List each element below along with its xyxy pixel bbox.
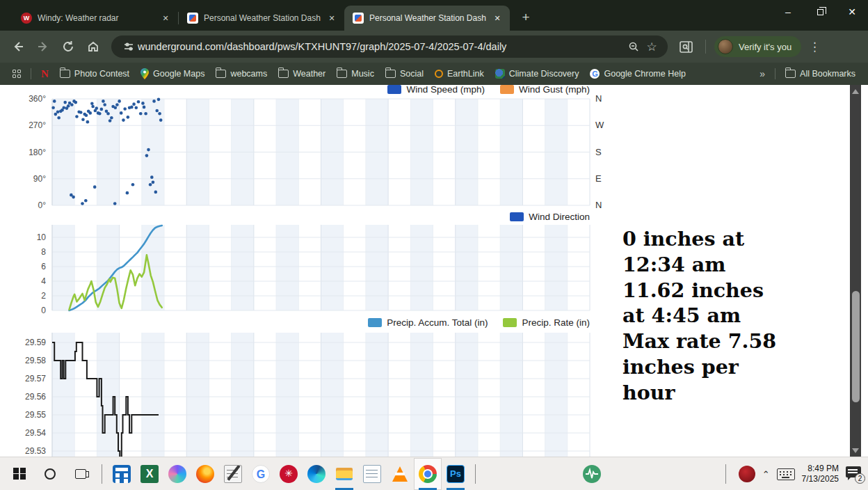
- bookmarks-overflow-button[interactable]: »: [754, 68, 771, 79]
- earth-icon: [495, 69, 505, 79]
- bookmark-webcams[interactable]: webcams: [210, 65, 273, 82]
- legend-label: Wind Speed (mph): [406, 85, 485, 95]
- bookmark-weather[interactable]: Weather: [273, 65, 331, 82]
- minimize-button[interactable]: –: [772, 0, 804, 24]
- taskbar-clock[interactable]: 8:49 PM 7/13/2025: [802, 464, 839, 484]
- bookmark-google-chrome-help[interactable]: GGoogle Chrome Help: [584, 65, 691, 82]
- svg-text:W: W: [595, 120, 604, 130]
- taskbar-notepad[interactable]: [358, 458, 386, 490]
- scroll-down-arrow-icon[interactable]: [850, 445, 861, 455]
- bookmark-netflix[interactable]: N: [35, 65, 54, 82]
- maps-pin-icon: [140, 68, 149, 79]
- scroll-up-arrow-icon[interactable]: [850, 86, 861, 96]
- legend-label: Precip. Accum. Total (in): [387, 317, 488, 328]
- back-arrow-icon: [12, 40, 24, 53]
- site-settings-icon[interactable]: [120, 38, 138, 56]
- taskbar-edge[interactable]: [303, 458, 330, 490]
- svg-text:29.54: 29.54: [25, 428, 46, 438]
- tab-pws-dashboard-1[interactable]: Personal Weather Station Dashboa ✕: [179, 6, 344, 31]
- start-button[interactable]: [4, 458, 35, 490]
- taskbar-excel[interactable]: X: [136, 458, 163, 490]
- taskbar-file-explorer[interactable]: [330, 458, 358, 490]
- restore-button[interactable]: [804, 0, 836, 24]
- taskbar-journal[interactable]: [219, 458, 247, 490]
- pressure-chart[interactable]: [52, 333, 590, 457]
- bookmark-label: Climate Discovery: [509, 69, 579, 79]
- legend-label: Wind Direction: [529, 212, 590, 222]
- notification-count-badge: 2: [855, 473, 865, 484]
- tray-expand-caret-icon[interactable]: ⌃: [762, 469, 770, 480]
- wind-direction-chart[interactable]: [52, 99, 590, 205]
- taskbar-vlc[interactable]: [386, 458, 414, 490]
- chrome-menu-button[interactable]: ⋮: [804, 40, 825, 54]
- wind-speed-swatch: [387, 85, 401, 94]
- restore-icon: [817, 9, 823, 15]
- home-icon: [87, 40, 99, 53]
- cortana-search-button[interactable]: [35, 458, 65, 490]
- bookmark-photo-contest[interactable]: Photo Contest: [54, 65, 135, 82]
- forward-arrow-icon: [37, 40, 49, 53]
- precip-chart[interactable]: [52, 225, 590, 310]
- touch-keyboard-icon[interactable]: [777, 468, 795, 480]
- bookmark-climate-discovery[interactable]: Climate Discovery: [490, 65, 585, 82]
- svg-text:10: 10: [37, 232, 47, 242]
- tab-close-icon[interactable]: ✕: [160, 13, 171, 24]
- tab-windy[interactable]: Windy: Weather radar ✕: [13, 6, 178, 31]
- taskbar-divider: [102, 464, 102, 484]
- bookmark-social[interactable]: Social: [380, 65, 429, 82]
- tab-close-icon[interactable]: ✕: [492, 13, 503, 24]
- scrollbar-thumb[interactable]: [852, 291, 860, 402]
- close-button[interactable]: ✕: [836, 0, 868, 24]
- bookmark-label: Social: [400, 69, 424, 79]
- chrome-icon: [419, 465, 437, 483]
- clock-time: 8:49 PM: [802, 464, 839, 474]
- url-text[interactable]: wunderground.com/dashboard/pws/KTXHUNT97…: [138, 41, 625, 52]
- forward-button[interactable]: [32, 35, 54, 58]
- bookmark-label: Photo Contest: [74, 69, 129, 79]
- svg-text:270°: 270°: [29, 120, 46, 130]
- taskbar-firefox[interactable]: [191, 458, 219, 490]
- svg-text:4: 4: [41, 276, 46, 286]
- bookmark-music[interactable]: Music: [331, 65, 380, 82]
- task-view-button[interactable]: [65, 458, 96, 490]
- address-bar[interactable]: wunderground.com/dashboard/pws/KTXHUNT97…: [111, 35, 668, 58]
- all-bookmarks-button[interactable]: All Bookmarks: [780, 65, 861, 82]
- tab-pws-dashboard-2-active[interactable]: Personal Weather Station Dashboa ✕: [344, 6, 510, 31]
- back-button[interactable]: [7, 35, 29, 58]
- new-tab-button[interactable]: +: [517, 10, 535, 25]
- svg-text:29.59: 29.59: [25, 338, 46, 347]
- bookmark-google-maps[interactable]: Google Maps: [135, 65, 210, 82]
- svg-text:0: 0: [41, 306, 46, 315]
- taskbar-calculator[interactable]: [108, 458, 136, 490]
- tab-close-icon[interactable]: ✕: [326, 13, 337, 24]
- tray-activity-app[interactable]: [583, 465, 601, 483]
- google-g-icon: G: [590, 69, 600, 79]
- bookmark-earthlink[interactable]: EarthLink: [429, 65, 490, 82]
- svg-text:90°: 90°: [33, 174, 46, 184]
- taskbar-google[interactable]: G: [247, 458, 275, 490]
- windows-logo-icon: [13, 468, 26, 480]
- taskbar-photoshop[interactable]: Ps: [442, 458, 469, 490]
- taskbar-red-app[interactable]: ✳: [275, 458, 303, 490]
- page-scrollbar[interactable]: [850, 85, 861, 457]
- svg-text:N: N: [595, 200, 602, 210]
- rainfall-annotation-text: 0 inches at 12:34 am 11.62 inches at 4:4…: [622, 226, 831, 405]
- tray-red-app-icon[interactable]: [739, 466, 755, 482]
- bookmark-star-icon[interactable]: ☆: [643, 38, 661, 56]
- wind-direction-legend: Wind Direction: [0, 212, 590, 222]
- taskbar-copilot[interactable]: [163, 458, 191, 490]
- windy-favicon: [21, 13, 32, 24]
- action-center-button[interactable]: 2: [846, 466, 864, 482]
- wind-gust-swatch: [500, 85, 514, 94]
- apps-shortcut-button[interactable]: [7, 65, 26, 82]
- reload-button[interactable]: [57, 35, 79, 58]
- verify-its-you-button[interactable]: Verify it's you: [714, 36, 801, 57]
- tab-title: Windy: Weather radar: [38, 13, 154, 23]
- copilot-icon: [168, 465, 186, 483]
- bookmarks-divider: [775, 68, 775, 79]
- side-panel-button[interactable]: [675, 35, 697, 58]
- photoshop-icon: Ps: [447, 465, 465, 483]
- zoom-icon[interactable]: [625, 38, 643, 56]
- taskbar-chrome-active[interactable]: [414, 458, 442, 490]
- home-button[interactable]: [82, 35, 104, 58]
